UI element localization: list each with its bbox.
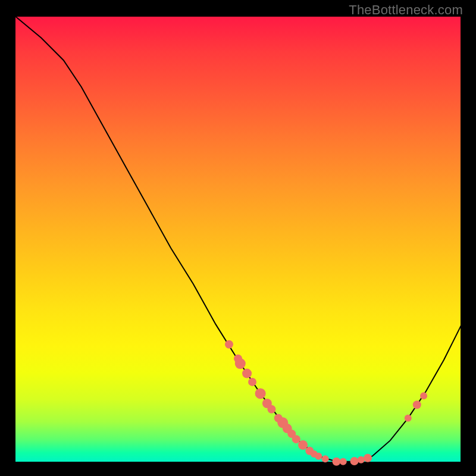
data-point: [332, 458, 340, 466]
data-point: [298, 440, 308, 450]
data-point: [225, 340, 233, 349]
data-point: [350, 457, 359, 465]
data-point: [340, 458, 347, 465]
data-point: [292, 435, 300, 443]
data-point: [364, 454, 372, 462]
data-point: [267, 405, 275, 414]
data-point: [248, 378, 256, 386]
data-point: [235, 358, 246, 369]
data-point: [420, 392, 427, 399]
data-point: [405, 415, 412, 422]
data-point: [322, 455, 329, 462]
data-point: [255, 388, 266, 399]
data-point: [315, 453, 322, 460]
bottleneck-curve: [14, 15, 462, 462]
data-point: [358, 456, 365, 464]
chart-svg: [0, 0, 476, 476]
chart-stage: TheBottleneck.com: [0, 0, 476, 476]
data-point: [413, 400, 421, 409]
data-point: [242, 369, 252, 378]
